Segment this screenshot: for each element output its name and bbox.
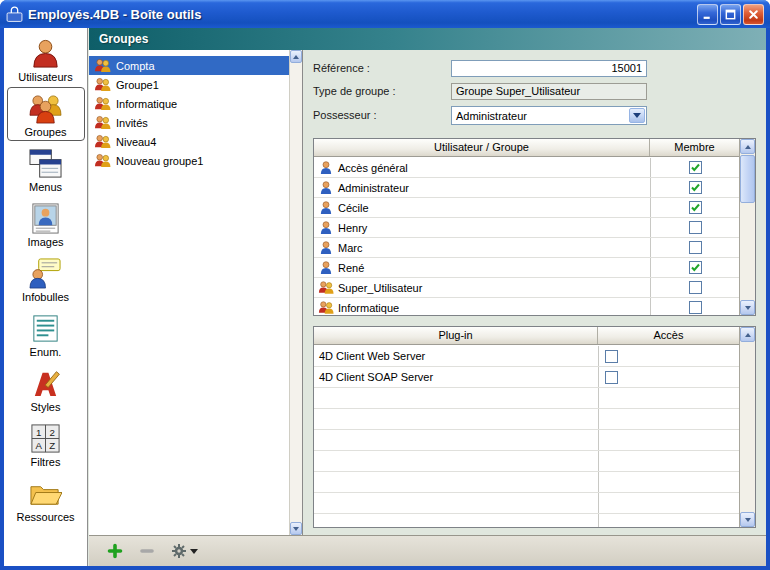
group-type-label: Type de groupe : [313,83,396,100]
user-icon [314,260,338,275]
svg-text:1: 1 [36,426,41,437]
group-list-item-groupe1[interactable]: Groupe1 [89,75,289,94]
members-column-member: Membre [650,139,739,156]
group-list-item-nouveau-groupe1[interactable]: Nouveau groupe1 [89,151,289,170]
scrollbar-thumb[interactable] [740,155,755,203]
member-checkbox[interactable] [689,261,702,274]
member-row-cecile[interactable]: Cécile [314,198,739,218]
close-button[interactable] [743,4,764,25]
users-icon [8,36,84,70]
sidebar-item-images[interactable]: Images [7,197,85,251]
minimize-button[interactable] [697,4,718,25]
group-list-item-compta[interactable]: Compta [89,56,289,75]
member-checkbox[interactable] [689,221,702,234]
scroll-down-button[interactable] [740,300,755,315]
plugin-empty-row [314,388,739,409]
sidebar-item-label: Utilisateurs [8,71,84,83]
plugin-empty-row [314,451,739,472]
sidebar-item-label: Menus [8,181,84,193]
group-type-value: Groupe Super_Utilisateur [451,83,647,100]
members-scrollbar[interactable] [739,139,755,315]
plugins-column-access: Accès [598,327,739,344]
member-row-marc[interactable]: Marc [314,238,739,258]
group-list-item-niveau4[interactable]: Niveau4 [89,132,289,151]
scroll-down-button[interactable] [290,522,302,535]
group-list-scrollbar[interactable] [289,50,302,535]
members-column-user-group: Utilisateur / Groupe [314,139,650,156]
scroll-down-button[interactable] [740,512,755,527]
plugin-name: 4D Client SOAP Server [314,371,598,383]
member-row-super-utilisateur[interactable]: Super_Utilisateur [314,278,739,298]
plugin-row-4d-client-web-server[interactable]: 4D Client Web Server [314,346,739,367]
sidebar-item-filtres[interactable]: 12AZFiltres [7,417,85,471]
plugin-empty-row [314,472,739,493]
group-list-item-informatique[interactable]: Informatique [89,94,289,113]
sidebar-item-infobulles[interactable]: Infobulles [7,252,85,306]
plugin-access-checkbox[interactable] [605,350,618,363]
plugin-empty-row [314,493,739,514]
sidebar-item-enum[interactable]: Enum. [7,307,85,361]
group-icon [314,280,338,295]
group-icon [94,77,111,92]
member-name: Henry [338,222,650,234]
reference-input[interactable]: 15001 [451,60,647,77]
member-row-administrateur[interactable]: Administrateur [314,178,739,198]
combo-dropdown-button[interactable] [629,108,645,123]
panel-header: Groupes [89,28,766,50]
member-row-informatique[interactable]: Informatique [314,298,739,315]
plugin-row-4d-client-soap-server[interactable]: 4D Client SOAP Server [314,367,739,388]
group-actions-button[interactable] [171,543,198,559]
titlebar[interactable]: Employés.4DB - Boîte outils [0,0,770,28]
group-icon [94,115,111,130]
member-checkbox[interactable] [689,281,702,294]
plugin-empty-row [314,514,739,527]
tooltips-icon [8,256,84,290]
group-icon [94,153,111,168]
add-group-button[interactable] [107,543,123,559]
member-row-rene[interactable]: René [314,258,739,278]
user-icon [314,180,338,195]
member-checkbox[interactable] [689,161,702,174]
group-icon [94,134,111,149]
sidebar-item-styles[interactable]: Styles [7,362,85,416]
owner-select[interactable]: Administrateur [451,106,647,125]
scroll-up-button[interactable] [740,327,755,342]
sidebar-item-label: Infobulles [8,291,84,303]
member-row-acces-general[interactable]: Accès général [314,158,739,178]
main-panel: Groupes ComptaGroupe1InformatiqueInvités… [89,28,766,566]
member-checkbox[interactable] [689,241,702,254]
plugins-scrollbar[interactable] [739,327,755,527]
group-list-item-invites[interactable]: Invités [89,113,289,132]
scroll-up-button[interactable] [740,139,755,154]
member-checkbox[interactable] [689,181,702,194]
remove-group-button[interactable] [139,543,155,559]
sidebar-item-menus[interactable]: Menus [7,142,85,196]
member-row-henry[interactable]: Henry [314,218,739,238]
members-rows: Accès généralAdministrateurCécileHenryMa… [314,158,739,315]
maximize-button[interactable] [720,4,741,25]
sidebar-item-groupes[interactable]: Groupes [7,87,85,141]
sidebar-item-ressources[interactable]: Ressources [7,472,85,526]
scroll-up-button[interactable] [290,50,302,63]
member-checkbox[interactable] [689,201,702,214]
group-icon [94,96,111,111]
group-name: Invités [116,117,148,129]
plugins-table-header: Plug-in Accès [314,327,739,345]
owner-label: Possesseur : [313,107,377,124]
add-icon [107,543,123,559]
member-checkbox[interactable] [689,301,702,314]
owner-selected-value: Administrateur [456,110,646,122]
bottom-toolbar [89,535,766,566]
content-area: ComptaGroupe1InformatiqueInvitésNiveau4N… [89,50,766,535]
plugin-access-checkbox[interactable] [605,371,618,384]
resources-icon [8,476,84,510]
filters-icon: 12AZ [8,421,84,455]
sidebar-item-utilisateurs[interactable]: Utilisateurs [7,32,85,86]
svg-text:A: A [35,440,42,451]
sidebar-item-label: Filtres [8,456,84,468]
group-icon [94,58,111,73]
group-name: Nouveau groupe1 [116,155,203,167]
member-name: René [338,262,650,274]
sidebar-item-label: Styles [8,401,84,413]
user-icon [314,220,338,235]
